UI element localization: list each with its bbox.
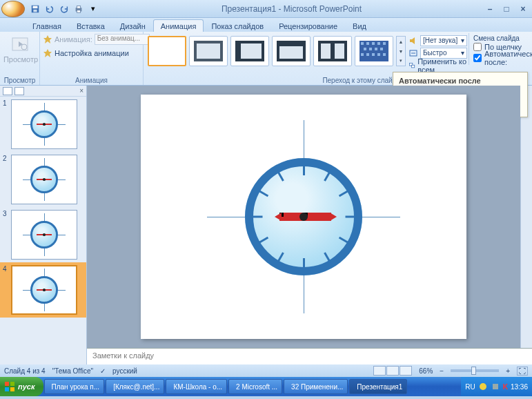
transition-none[interactable]	[148, 36, 186, 66]
undo-icon[interactable]	[43, 3, 56, 15]
svg-rect-26	[380, 48, 383, 50]
svg-rect-13	[279, 46, 303, 59]
tab-review[interactable]: Рецензирование	[271, 19, 345, 32]
vertical-scrollbar[interactable]	[520, 86, 532, 348]
svg-rect-5	[77, 10, 80, 12]
print-icon[interactable]	[72, 3, 85, 15]
fit-button[interactable]: ⛶	[517, 367, 528, 376]
svg-rect-27	[361, 53, 364, 56]
svg-rect-25	[375, 48, 377, 50]
svg-rect-2	[33, 9, 37, 12]
animate-row: Анимация: Без анимац...	[43, 33, 150, 46]
theme-indicator: "Тема Office"	[52, 367, 93, 375]
editor-area: Заметки к слайду	[87, 86, 532, 364]
window-title: Презентация1 - Microsoft PowerPoint	[99, 4, 484, 14]
sound-dropdown[interactable]: [Нет звука]▾	[420, 35, 467, 46]
svg-rect-22	[383, 42, 386, 45]
apply-all-button[interactable]: Применить ко всем	[408, 59, 467, 71]
restore-button[interactable]: □	[500, 3, 513, 14]
animation-dropdown[interactable]: Без анимац...	[95, 34, 150, 45]
quick-access-toolbar: ▾	[29, 3, 99, 15]
transition-item[interactable]	[272, 36, 311, 66]
preview-button[interactable]: Просмотр	[3, 33, 39, 65]
taskbar-item-active[interactable]: Презентация1	[349, 379, 407, 394]
close-pane-icon[interactable]: ×	[79, 87, 83, 95]
redo-icon[interactable]	[58, 3, 70, 15]
tab-view[interactable]: Вид	[345, 19, 374, 32]
slide-thumb-3[interactable]: 3	[0, 207, 86, 262]
auto-after-checkbox[interactable]: Автоматически после:	[473, 50, 532, 66]
zoom-slider[interactable]	[451, 369, 499, 372]
tab-insert[interactable]: Вставка	[69, 19, 112, 32]
svg-rect-15	[321, 43, 331, 59]
transition-item[interactable]	[355, 36, 393, 66]
svg-rect-35	[5, 382, 9, 386]
slide-canvas-area[interactable]	[87, 86, 520, 348]
taskbar: пуск План урока п... [Клякс@.net]... КМ-…	[0, 377, 532, 396]
slide-thumb-4[interactable]: 4	[0, 262, 86, 318]
group-animation: Анимация	[43, 76, 140, 85]
sound-icon	[408, 36, 418, 46]
save-icon[interactable]	[29, 3, 41, 15]
thumbnail-list: 1 2 3 4	[0, 97, 86, 318]
sorter-view-button[interactable]	[386, 366, 399, 376]
qat-more-icon[interactable]: ▾	[87, 3, 99, 15]
animate-label: Анимация:	[55, 35, 92, 43]
taskbar-item[interactable]: КМ-Школа - о...	[166, 379, 227, 394]
view-buttons	[373, 366, 412, 376]
spellcheck-icon[interactable]: ✓	[100, 367, 106, 375]
slide-thumb-1[interactable]: 1	[0, 97, 86, 152]
slides-tab-icon[interactable]	[14, 87, 24, 95]
zoom-in-button[interactable]: +	[506, 367, 510, 375]
svg-rect-11	[241, 43, 262, 59]
svg-rect-19	[366, 42, 369, 45]
language-indicator[interactable]: русский	[112, 367, 137, 375]
tray-kaspersky-icon[interactable]: K	[503, 383, 508, 391]
taskbar-item[interactable]: 32 Применени...	[284, 379, 348, 394]
svg-rect-21	[377, 42, 380, 45]
clock[interactable]: 13:36	[511, 383, 528, 391]
svg-rect-1	[33, 6, 38, 8]
svg-rect-29	[372, 53, 375, 56]
custom-anim-icon	[43, 48, 52, 58]
custom-animation-button[interactable]: Настройка анимации	[43, 47, 150, 59]
tab-slideshow[interactable]: Показ слайдов	[204, 19, 271, 32]
tray-icon[interactable]	[478, 382, 488, 391]
animate-icon	[43, 35, 52, 44]
outline-tab-icon[interactable]	[3, 87, 12, 95]
start-label: пуск	[18, 382, 35, 391]
tooltip-title: Автоматически после	[399, 77, 522, 85]
minimize-button[interactable]: –	[484, 3, 496, 14]
taskbar-item[interactable]: План урока п...	[44, 379, 105, 394]
tray-icon[interactable]	[491, 382, 500, 391]
custom-anim-label: Настройка анимации	[55, 49, 129, 57]
svg-rect-34	[411, 65, 414, 68]
lang-indicator[interactable]: RU	[465, 383, 475, 391]
tab-animation[interactable]: Анимация	[153, 19, 204, 32]
workspace: × 1 2 3 4	[0, 86, 532, 364]
apply-all-label: Применить ко всем	[417, 57, 467, 74]
office-button[interactable]	[1, 1, 25, 17]
transition-item[interactable]	[230, 36, 269, 66]
title-bar: ▾ Презентация1 - Microsoft PowerPoint – …	[0, 0, 532, 18]
taskbar-item[interactable]: 2 Microsoft ...	[228, 379, 282, 394]
slideshow-view-button[interactable]	[400, 366, 412, 376]
window-controls: – □ ×	[484, 3, 529, 14]
normal-view-button[interactable]	[373, 366, 386, 376]
zoom-out-button[interactable]: −	[440, 367, 444, 375]
notes-pane[interactable]: Заметки к слайду	[87, 348, 532, 364]
svg-rect-38	[10, 387, 14, 391]
transition-item[interactable]	[313, 36, 352, 66]
slide-indicator: Слайд 4 из 4	[4, 367, 46, 375]
zoom-value: 66%	[419, 367, 433, 375]
slide-thumb-2[interactable]: 2	[0, 152, 86, 207]
taskbar-item[interactable]: [Клякс@.net]...	[106, 379, 164, 394]
tab-design[interactable]: Дизайн	[112, 19, 153, 32]
thumb-header: ×	[0, 86, 86, 97]
transition-item[interactable]	[189, 36, 228, 66]
close-button[interactable]: ×	[517, 3, 529, 14]
gallery-scroll[interactable]: ▲▼▾	[396, 36, 406, 66]
svg-rect-46	[493, 384, 498, 389]
start-button[interactable]: пуск	[0, 377, 43, 396]
tab-home[interactable]: Главная	[25, 19, 69, 32]
